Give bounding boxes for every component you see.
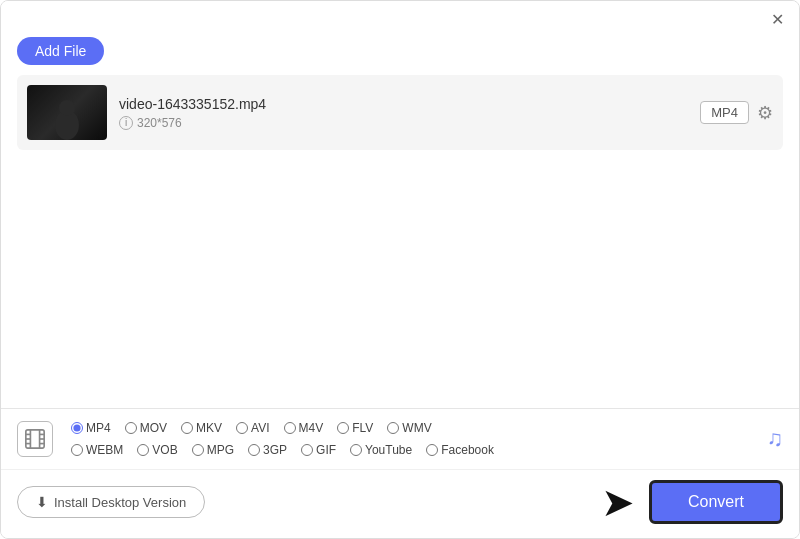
add-file-button[interactable]: Add File [17, 37, 104, 65]
format-badge[interactable]: MP4 [700, 101, 749, 124]
format-option-avi[interactable]: AVI [230, 419, 275, 437]
file-thumbnail [27, 85, 107, 140]
settings-icon[interactable]: ⚙ [757, 102, 773, 124]
svg-point-1 [59, 100, 75, 116]
file-meta: i 320*576 [119, 116, 688, 130]
convert-button[interactable]: Convert [649, 480, 783, 524]
file-item: video-1643335152.mp4 i 320*576 MP4 ⚙ [17, 75, 783, 150]
main-window: ✕ Add File video-1643335152.mp4 i 320*57… [0, 0, 800, 539]
format-option-wmv[interactable]: WMV [381, 419, 437, 437]
format-option-webm[interactable]: WEBM [65, 441, 129, 459]
format-option-3gp[interactable]: 3GP [242, 441, 293, 459]
arrow-icon: ➤ [601, 482, 635, 522]
file-name: video-1643335152.mp4 [119, 96, 688, 112]
file-list: video-1643335152.mp4 i 320*576 MP4 ⚙ [1, 75, 799, 408]
format-option-mp4[interactable]: MP4 [65, 419, 117, 437]
music-icon[interactable]: ♫ [767, 426, 784, 452]
format-row: MP4 MOV MKV AVI M4V FLV [1, 409, 799, 469]
format-option-flv[interactable]: FLV [331, 419, 379, 437]
film-icon[interactable] [17, 421, 53, 457]
format-option-gif[interactable]: GIF [295, 441, 342, 459]
format-option-vob[interactable]: VOB [131, 441, 183, 459]
download-icon: ⬇ [36, 494, 48, 510]
install-desktop-button[interactable]: ⬇ Install Desktop Version [17, 486, 205, 518]
format-option-mpg[interactable]: MPG [186, 441, 240, 459]
file-info: video-1643335152.mp4 i 320*576 [119, 96, 688, 130]
file-actions: MP4 ⚙ [700, 101, 773, 124]
toolbar: Add File [1, 37, 799, 75]
thumbnail-image [27, 85, 107, 140]
format-option-m4v[interactable]: M4V [278, 419, 330, 437]
action-bar: ⬇ Install Desktop Version ➤ Convert [1, 469, 799, 538]
close-button[interactable]: ✕ [767, 9, 787, 29]
file-dimensions: 320*576 [137, 116, 182, 130]
info-icon: i [119, 116, 133, 130]
bottom-panel: MP4 MOV MKV AVI M4V FLV [1, 408, 799, 538]
format-option-mkv[interactable]: MKV [175, 419, 228, 437]
format-option-mov[interactable]: MOV [119, 419, 173, 437]
format-option-facebook[interactable]: Facebook [420, 441, 500, 459]
title-bar: ✕ [1, 1, 799, 37]
format-option-youtube[interactable]: YouTube [344, 441, 418, 459]
right-actions: ➤ Convert [601, 480, 783, 524]
